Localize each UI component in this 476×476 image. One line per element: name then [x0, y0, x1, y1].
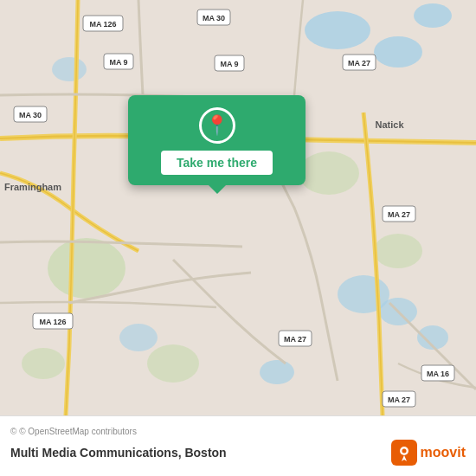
svg-point-10 [48, 238, 125, 299]
svg-text:Natick: Natick [375, 119, 404, 130]
copyright-symbol: © [10, 427, 16, 436]
svg-text:MA 9: MA 9 [220, 60, 238, 68]
svg-text:Framingham: Framingham [4, 182, 61, 192]
map-svg: MA 126 MA 30 MA 9 MA 9 MA 27 MA 30 Natic… [0, 0, 476, 415]
take-me-there-button[interactable]: Take me there [161, 151, 273, 175]
svg-point-3 [414, 3, 452, 28]
bottom-bar: © © OpenStreetMap contributors Multi Med… [0, 415, 476, 476]
svg-point-9 [260, 360, 294, 384]
svg-text:MA 27: MA 27 [388, 210, 410, 219]
moovit-logo: moovit [391, 440, 466, 466]
location-pin-icon: 📍 [205, 116, 228, 135]
svg-text:MA 126: MA 126 [89, 20, 116, 29]
svg-point-7 [52, 57, 87, 81]
location-icon-circle: 📍 [199, 107, 235, 144]
popup-card: 📍 Take me there [128, 95, 306, 185]
svg-text:MA 27: MA 27 [348, 59, 370, 68]
svg-point-2 [374, 36, 422, 68]
svg-point-1 [305, 11, 370, 49]
svg-point-8 [119, 324, 158, 351]
copyright-text: © © OpenStreetMap contributors [10, 427, 466, 436]
svg-text:MA 27: MA 27 [284, 335, 306, 344]
svg-text:MA 126: MA 126 [39, 318, 66, 326]
svg-text:MA 27: MA 27 [388, 396, 410, 404]
location-name-row: Multi Media Communications, Boston moovi… [10, 440, 466, 466]
location-name: Multi Media Communications, Boston [10, 446, 227, 460]
svg-text:MA 9: MA 9 [109, 58, 127, 67]
svg-point-12 [147, 344, 199, 383]
copyright-label: © OpenStreetMap contributors [19, 427, 137, 436]
svg-point-41 [402, 449, 406, 453]
svg-text:MA 30: MA 30 [19, 111, 42, 119]
svg-point-11 [299, 151, 359, 195]
svg-text:MA 30: MA 30 [203, 14, 225, 23]
moovit-icon [391, 440, 417, 466]
svg-text:MA 16: MA 16 [427, 370, 449, 378]
map-container: MA 126 MA 30 MA 9 MA 9 MA 27 MA 30 Natic… [0, 0, 476, 415]
svg-point-14 [22, 348, 65, 379]
svg-point-13 [374, 234, 422, 268]
moovit-text: moovit [421, 445, 466, 460]
